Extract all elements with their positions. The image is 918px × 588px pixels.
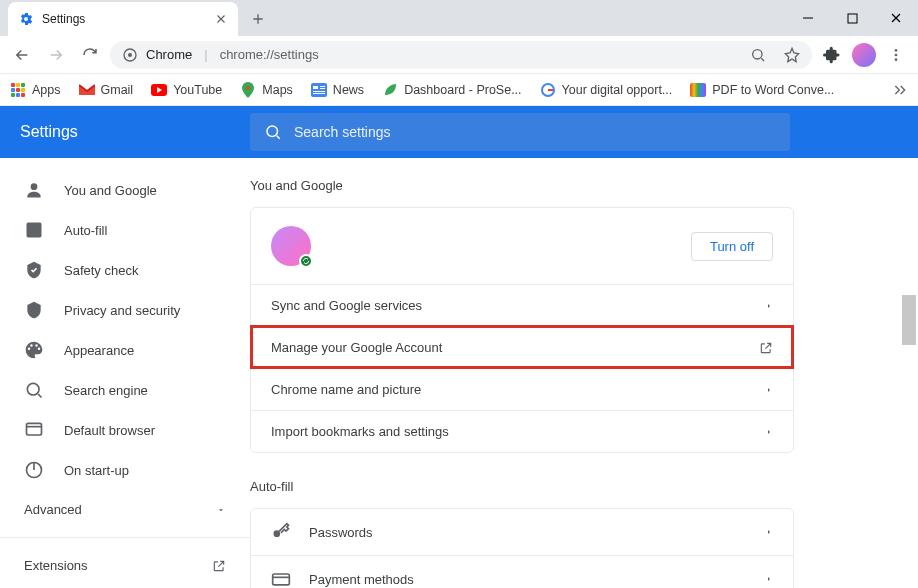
manage-google-account-row[interactable]: Manage your Google Account xyxy=(251,326,793,368)
sidebar-item-privacy[interactable]: Privacy and security xyxy=(0,290,250,330)
sync-badge-icon xyxy=(299,254,313,268)
window-controls xyxy=(786,0,918,36)
gmail-icon xyxy=(79,82,95,98)
url-path: chrome://settings xyxy=(220,47,319,62)
settings-sidebar: You and Google Auto-fill Safety check Pr… xyxy=(0,158,250,588)
profile-avatar-button[interactable] xyxy=(852,43,876,67)
back-button[interactable] xyxy=(8,41,36,69)
key-icon xyxy=(271,522,291,542)
news-bookmark[interactable]: News xyxy=(311,82,364,98)
settings-main: You and Google Turn off Sync and Google … xyxy=(250,158,918,588)
chevron-right-icon xyxy=(765,384,773,396)
svg-rect-23 xyxy=(273,574,290,585)
sidebar-extensions-link[interactable]: Extensions xyxy=(0,546,250,585)
sidebar-item-autofill[interactable]: Auto-fill xyxy=(0,210,250,250)
browser-toolbar: Chrome | chrome://settings xyxy=(0,36,918,74)
payment-methods-row[interactable]: Payment methods xyxy=(251,555,793,588)
chrome-icon xyxy=(122,47,138,63)
pdf-bookmark[interactable]: PDF to Word Conve... xyxy=(690,82,834,98)
sidebar-item-safety-check[interactable]: Safety check xyxy=(0,250,250,290)
leaf-icon xyxy=(382,82,398,98)
svg-rect-20 xyxy=(27,423,42,435)
dashboard-bookmark[interactable]: Dashboard - ProSe... xyxy=(382,82,521,98)
settings-header: Settings xyxy=(0,106,918,158)
new-tab-button[interactable] xyxy=(244,5,272,33)
sidebar-advanced-toggle[interactable]: Advanced xyxy=(0,490,250,529)
window-titlebar: Settings xyxy=(0,0,918,36)
bookmarks-overflow[interactable] xyxy=(892,82,908,98)
settings-title: Settings xyxy=(20,123,250,141)
profile-row: Turn off xyxy=(251,208,793,284)
google-g-icon xyxy=(540,82,556,98)
svg-point-18 xyxy=(31,183,38,190)
scrollbar-thumb[interactable] xyxy=(902,295,916,345)
close-icon[interactable] xyxy=(214,12,228,26)
profile-avatar xyxy=(271,226,311,266)
svg-point-7 xyxy=(895,58,898,61)
maximize-button[interactable] xyxy=(830,3,874,33)
svg-rect-14 xyxy=(313,91,325,92)
url-prefix: Chrome xyxy=(146,47,192,62)
svg-point-22 xyxy=(274,530,281,537)
opport-bookmark[interactable]: Your digital opport... xyxy=(540,82,673,98)
forward-button[interactable] xyxy=(42,41,70,69)
youtube-bookmark[interactable]: YouTube xyxy=(151,82,222,98)
address-bar[interactable]: Chrome | chrome://settings xyxy=(110,41,812,69)
sidebar-item-appearance[interactable]: Appearance xyxy=(0,330,250,370)
rainbow-icon xyxy=(690,82,706,98)
svg-point-6 xyxy=(895,53,898,56)
gear-icon xyxy=(18,11,34,27)
apps-grid-icon xyxy=(10,82,26,98)
zoom-icon[interactable] xyxy=(750,47,766,63)
svg-rect-10 xyxy=(311,83,327,97)
youtube-icon xyxy=(151,82,167,98)
reload-button[interactable] xyxy=(76,41,104,69)
bookmarks-bar: Apps Gmail YouTube Maps News Dashboard -… xyxy=(0,74,918,106)
svg-point-9 xyxy=(246,86,250,90)
sync-services-row[interactable]: Sync and Google services xyxy=(251,284,793,326)
browser-tab[interactable]: Settings xyxy=(8,2,238,36)
turn-off-button[interactable]: Turn off xyxy=(691,232,773,261)
sidebar-item-default-browser[interactable]: Default browser xyxy=(0,410,250,450)
search-icon xyxy=(264,123,282,141)
search-settings-wrap[interactable] xyxy=(250,113,790,151)
chevron-right-icon xyxy=(765,300,773,312)
svg-point-19 xyxy=(27,383,39,395)
chevron-right-icon xyxy=(765,573,773,585)
svg-point-3 xyxy=(128,53,132,57)
section-you-and-google: You and Google xyxy=(250,178,918,193)
gmail-bookmark[interactable]: Gmail xyxy=(79,82,134,98)
sidebar-item-search-engine[interactable]: Search engine xyxy=(0,370,250,410)
svg-rect-1 xyxy=(848,14,857,23)
bookmark-star-icon[interactable] xyxy=(784,47,800,63)
apps-bookmark[interactable]: Apps xyxy=(10,82,61,98)
passwords-row[interactable]: Passwords xyxy=(251,509,793,555)
external-link-icon xyxy=(212,559,226,573)
sidebar-item-startup[interactable]: On start-up xyxy=(0,450,250,490)
svg-rect-12 xyxy=(320,86,325,87)
chevron-right-icon xyxy=(765,526,773,538)
chevron-right-icon xyxy=(765,426,773,438)
autofill-card: Passwords Payment methods Addresses and … xyxy=(250,508,794,588)
section-autofill: Auto-fill xyxy=(250,479,918,494)
maps-pin-icon xyxy=(240,82,256,98)
extensions-icon[interactable] xyxy=(818,41,846,69)
import-bookmarks-row[interactable]: Import bookmarks and settings xyxy=(251,410,793,452)
svg-rect-13 xyxy=(320,88,325,89)
svg-rect-11 xyxy=(313,86,318,89)
svg-point-5 xyxy=(895,49,898,52)
chrome-name-picture-row[interactable]: Chrome name and picture xyxy=(251,368,793,410)
maps-bookmark[interactable]: Maps xyxy=(240,82,293,98)
news-icon xyxy=(311,82,327,98)
menu-button[interactable] xyxy=(882,41,910,69)
external-link-icon xyxy=(759,341,773,355)
svg-rect-15 xyxy=(313,93,325,94)
svg-point-4 xyxy=(753,49,762,58)
chevron-down-icon xyxy=(216,505,226,515)
you-and-google-card: Turn off Sync and Google services Manage… xyxy=(250,207,794,453)
search-settings-input[interactable] xyxy=(294,124,776,140)
svg-point-17 xyxy=(267,126,278,137)
minimize-button[interactable] xyxy=(786,3,830,33)
sidebar-item-you-and-google[interactable]: You and Google xyxy=(0,170,250,210)
close-window-button[interactable] xyxy=(874,3,918,33)
